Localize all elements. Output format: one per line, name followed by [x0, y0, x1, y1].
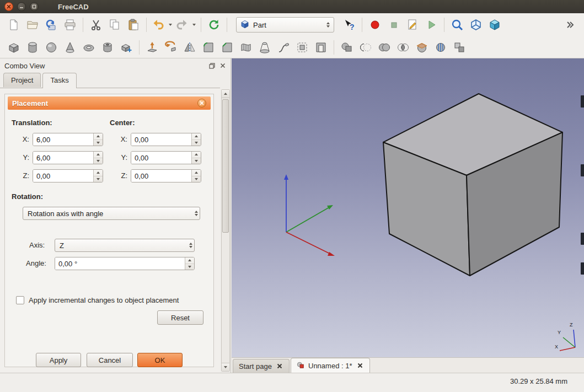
paste-icon[interactable] — [124, 16, 143, 34]
macro-play-icon[interactable] — [422, 16, 441, 34]
spin-up-icon[interactable] — [94, 133, 103, 140]
window-maximize-button[interactable] — [30, 2, 39, 11]
axis-value: Z — [55, 241, 187, 250]
offset-icon[interactable] — [293, 39, 312, 56]
spin-up-icon[interactable] — [94, 152, 103, 158]
shape-builder-icon[interactable] — [117, 39, 136, 56]
compound-icon[interactable] — [450, 39, 469, 56]
cancel-button[interactable]: Cancel — [87, 353, 133, 367]
spin-down-icon[interactable] — [94, 176, 103, 182]
window-close-button[interactable] — [4, 2, 13, 11]
spin-down-icon[interactable] — [94, 158, 103, 164]
placement-task-box: Placement Translation: Center: X: X: Y: — [4, 94, 214, 367]
spin-down-icon[interactable] — [192, 158, 201, 164]
tab-project[interactable]: Project — [3, 73, 41, 87]
extrude-icon[interactable] — [143, 39, 162, 56]
print-icon[interactable] — [61, 16, 79, 34]
dock-close-icon[interactable] — [218, 61, 227, 70]
macro-stop-icon[interactable] — [384, 16, 403, 34]
translation-x-input[interactable] — [33, 133, 93, 146]
cone-icon[interactable] — [61, 39, 79, 56]
close-tab-icon[interactable] — [356, 362, 364, 369]
incremental-checkbox[interactable] — [16, 296, 24, 304]
spin-down-icon[interactable] — [94, 140, 103, 146]
undo-icon[interactable] — [150, 16, 167, 34]
svg-text:?: ? — [350, 23, 355, 31]
ruled-surface-icon[interactable] — [237, 39, 255, 56]
open-folder-icon[interactable] — [23, 16, 42, 34]
cross-sections-icon[interactable] — [431, 39, 450, 56]
rotation-mode-combobox[interactable]: Rotation axis with angle — [23, 207, 200, 220]
collapse-placement-icon[interactable] — [197, 99, 206, 108]
mirror-icon[interactable] — [180, 39, 199, 56]
spin-up-icon[interactable] — [94, 170, 103, 176]
isometric-cube-icon[interactable] — [485, 16, 504, 34]
close-tab-icon[interactable] — [276, 362, 283, 370]
macro-edit-icon[interactable] — [403, 16, 422, 34]
save-icon[interactable] — [42, 16, 61, 34]
loft-icon[interactable] — [255, 39, 274, 56]
window-minimize-button[interactable] — [17, 2, 26, 11]
scroll-down-icon[interactable] — [222, 363, 229, 371]
union-icon[interactable] — [375, 39, 394, 56]
sphere-icon[interactable] — [42, 39, 61, 56]
whats-this-icon[interactable]: ? — [340, 16, 358, 34]
angle-spinbox — [55, 257, 195, 270]
spin-down-icon[interactable] — [192, 140, 201, 146]
3d-viewport[interactable]: Z Y X — [232, 58, 584, 357]
unnamed-tab-label: Unnamed : 1* — [308, 362, 352, 370]
undo-dropdown-icon[interactable] — [167, 16, 174, 34]
axonometric-view-icon[interactable] — [467, 16, 485, 34]
apply-button[interactable]: Apply — [36, 353, 81, 367]
cylinder-icon[interactable] — [23, 39, 42, 56]
center-y-input[interactable] — [131, 152, 191, 164]
common-icon[interactable] — [394, 39, 412, 56]
refresh-icon[interactable] — [205, 16, 223, 34]
spin-buttons — [191, 170, 201, 182]
revolve-icon[interactable] — [162, 39, 180, 56]
thickness-icon[interactable] — [312, 39, 330, 56]
toolbar-overflow-icon[interactable] — [561, 16, 580, 34]
tab-unnamed-document[interactable]: Unnamed : 1* — [291, 358, 370, 373]
redo-dropdown-icon[interactable] — [190, 16, 197, 34]
center-z-input[interactable] — [131, 170, 191, 182]
sweep-icon[interactable] — [274, 39, 293, 56]
chamfer-icon[interactable] — [218, 39, 237, 56]
angle-input[interactable] — [55, 257, 185, 270]
workbench-selector[interactable]: Part — [236, 17, 334, 33]
spin-up-icon[interactable] — [192, 133, 201, 140]
tube-icon[interactable] — [98, 39, 117, 56]
dock-float-icon[interactable] — [207, 61, 216, 70]
tab-tasks[interactable]: Tasks — [42, 73, 76, 88]
center-x-input[interactable] — [131, 133, 191, 146]
box-icon[interactable] — [4, 39, 23, 56]
section-icon[interactable] — [412, 39, 431, 56]
translation-y-input[interactable] — [33, 152, 93, 164]
panel-scrollbar[interactable] — [221, 89, 230, 372]
spin-down-icon[interactable] — [185, 264, 194, 270]
macro-record-icon[interactable] — [366, 16, 384, 34]
boolean-icon[interactable] — [337, 39, 356, 56]
document-tabbar: Start page Unnamed : 1* — [232, 357, 584, 373]
spin-up-icon[interactable] — [185, 257, 194, 264]
new-document-icon[interactable] — [4, 16, 23, 34]
scrollbar-thumb[interactable] — [222, 99, 229, 233]
cut-icon[interactable] — [87, 16, 105, 34]
spin-up-icon[interactable] — [192, 170, 201, 176]
cut-boolean-icon[interactable] — [356, 39, 375, 56]
tab-start-page[interactable]: Start page — [233, 359, 290, 373]
spin-down-icon[interactable] — [192, 176, 201, 182]
copy-icon[interactable] — [105, 16, 124, 34]
redo-icon[interactable] — [174, 16, 190, 34]
window-title: FreeCAD — [58, 3, 89, 11]
fit-all-icon[interactable] — [448, 16, 467, 34]
viewport-edge-mark — [581, 95, 584, 108]
fillet-icon[interactable] — [199, 39, 218, 56]
axis-combobox[interactable]: Z — [55, 239, 195, 252]
translation-z-input[interactable] — [33, 170, 93, 182]
reset-button[interactable]: Reset — [157, 310, 203, 325]
scroll-up-icon[interactable] — [222, 90, 229, 98]
torus-icon[interactable] — [79, 39, 98, 56]
spin-up-icon[interactable] — [192, 152, 201, 158]
ok-button[interactable]: OK — [137, 353, 183, 367]
